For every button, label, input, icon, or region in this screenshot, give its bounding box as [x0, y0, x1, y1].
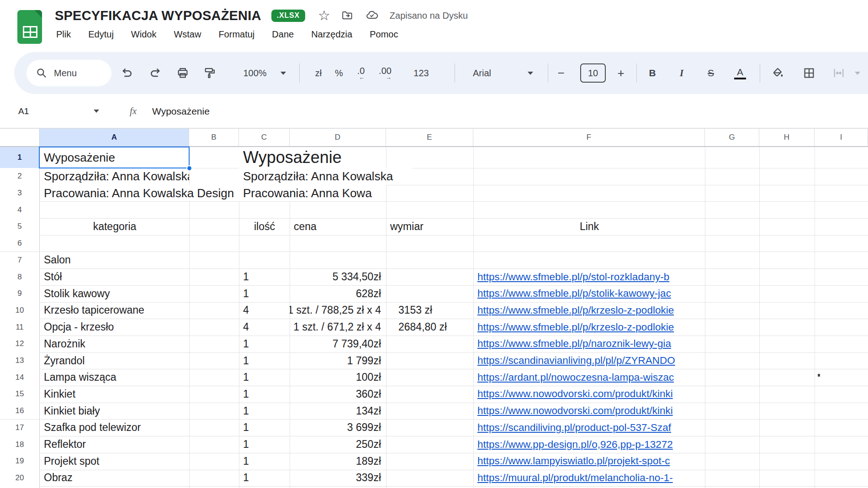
cell-A19[interactable]: Projekt spot	[40, 453, 189, 470]
cell-C16[interactable]: 1	[239, 403, 290, 420]
column-header-F[interactable]: F	[473, 129, 705, 146]
column-header-B[interactable]: B	[189, 129, 239, 146]
cell-A14[interactable]: Lampa wisząca	[40, 369, 189, 386]
cell-F18[interactable]: https://www.pp-design.pl/o,926,pp-p-1327…	[473, 436, 705, 453]
row-header-6[interactable]: 6	[0, 235, 40, 252]
font-family-select[interactable]: Arial	[473, 52, 491, 94]
menu-search[interactable]: Menu	[26, 60, 111, 86]
cell-A11[interactable]: Opcja - krzesło	[40, 319, 189, 336]
cell-A8[interactable]: Stół	[40, 268, 189, 285]
menu-item-plik[interactable]: Plik	[48, 27, 79, 42]
cell-A18[interactable]: Reflektor	[40, 436, 189, 453]
column-header-D[interactable]: D	[290, 129, 386, 146]
row-header-21[interactable]: 21	[0, 486, 40, 488]
cell-F12[interactable]: https://www.sfmeble.pl/p/naroznik-lewy-g…	[473, 336, 705, 352]
cell-D19[interactable]: 189zł	[290, 453, 386, 470]
row-header-8[interactable]: 8	[0, 268, 40, 285]
redo-button[interactable]	[149, 52, 162, 94]
selection-fill-handle[interactable]	[186, 165, 192, 171]
strikethrough-button[interactable]: S	[708, 52, 714, 94]
row-header-4[interactable]: 4	[0, 201, 40, 218]
cell-D20[interactable]: 339zł	[290, 470, 386, 487]
cell-A16[interactable]: Kinkiet biały	[40, 403, 189, 420]
menu-item-dane[interactable]: Dane	[263, 27, 302, 42]
column-header-C[interactable]: C	[239, 129, 290, 146]
format-percent-button[interactable]: %	[335, 52, 343, 94]
cell-A12[interactable]: Narożnik	[40, 336, 189, 352]
cell-C20[interactable]: 1	[239, 470, 290, 487]
star-icon[interactable]: ☆	[318, 9, 330, 22]
bold-button[interactable]: B	[649, 52, 656, 94]
row-header-1[interactable]: 1	[0, 147, 40, 168]
cell-D12[interactable]: 7 739,40zł	[290, 336, 386, 352]
row-header-3[interactable]: 3	[0, 185, 40, 202]
name-box[interactable]: A1	[18, 94, 29, 128]
cell-F20[interactable]: https://muural.pl/produkt/melancholia-no…	[473, 470, 705, 487]
cell-F9[interactable]: https://www.sfmeble.pl/p/stolik-kawowy-j…	[473, 285, 705, 302]
cell-C11[interactable]: 4	[239, 319, 290, 336]
fill-color-button[interactable]	[772, 52, 784, 94]
cell-C5[interactable]: ilość	[239, 218, 290, 235]
row-header-15[interactable]: 15	[0, 386, 40, 403]
row-header-18[interactable]: 18	[0, 436, 40, 453]
decrease-decimal-button[interactable]: .0←	[357, 52, 365, 94]
merge-cells-button[interactable]	[832, 52, 845, 94]
sheets-logo-icon[interactable]	[17, 10, 42, 44]
cell-D9[interactable]: 628zł	[290, 285, 386, 302]
cell-F19[interactable]: https://www.lampyiswiatlo.pl/projekt-spo…	[473, 453, 705, 470]
row-header-14[interactable]: 14	[0, 369, 40, 386]
cell-C1[interactable]: Wyposażenie	[239, 147, 386, 168]
menu-item-formatuj[interactable]: Formatuj	[210, 27, 263, 42]
cell-A9[interactable]: Stolik kawowy	[40, 285, 189, 302]
cell-E11[interactable]: 2684,80 zł	[386, 319, 473, 336]
menu-item-pomoc[interactable]: Pomoc	[361, 27, 407, 42]
column-header-G[interactable]: G	[705, 129, 759, 146]
cell-F5[interactable]: Link	[473, 218, 705, 235]
row-header-2[interactable]: 2	[0, 168, 40, 185]
cell-A7[interactable]: Salon	[40, 252, 189, 269]
menu-item-edytuj[interactable]: Edytuj	[79, 27, 122, 42]
cell-F15[interactable]: https://www.nowodvorski.com/produkt/kink…	[473, 386, 705, 403]
undo-button[interactable]	[121, 52, 133, 94]
decrease-font-size-button[interactable]: −	[557, 52, 564, 94]
zoom-caret[interactable]	[281, 52, 286, 94]
cell-D13[interactable]: 1 799zł	[290, 352, 386, 369]
cell-A2[interactable]: Sporządziła: Anna Kowalska	[40, 168, 189, 185]
cell-F8[interactable]: https://www.sfmeble.pl/p/stol-rozkladany…	[473, 268, 705, 285]
cell-C17[interactable]: 1	[239, 420, 290, 436]
cell-A17[interactable]: Szafka pod telewizor	[40, 420, 189, 436]
cell-A20[interactable]: Obraz	[40, 470, 189, 487]
cell-D8[interactable]: 5 334,50zł	[290, 268, 386, 285]
cell-D16[interactable]: 134zł	[290, 403, 386, 420]
cloud-saved-icon[interactable]	[364, 10, 380, 21]
cell-C14[interactable]: 1	[239, 369, 290, 386]
cell-A1[interactable]: Wyposażenie	[40, 147, 189, 168]
cell-C8[interactable]: 1	[239, 268, 290, 285]
cell-F14[interactable]: https://ardant.pl/nowoczesna-lampa-wisza…	[473, 369, 705, 386]
row-header-13[interactable]: 13	[0, 352, 40, 369]
column-header-H[interactable]: H	[759, 129, 815, 146]
cell-F10[interactable]: https://www.sfmeble.pl/p/krzeslo-z-podlo…	[473, 302, 705, 319]
cell-C19[interactable]: 1	[239, 453, 290, 470]
row-header-10[interactable]: 10	[0, 302, 40, 319]
menu-item-wstaw[interactable]: Wstaw	[165, 27, 210, 42]
cell-F11[interactable]: https://www.sfmeble.pl/p/krzeslo-z-podlo…	[473, 319, 705, 336]
formula-input[interactable]: Wyposażenie	[152, 94, 210, 128]
cell-C2[interactable]: Sporządziła: Anna Kowalska	[239, 168, 413, 185]
text-color-button[interactable]: A	[734, 52, 746, 94]
cell-D14[interactable]: 100zł	[290, 369, 386, 386]
print-button[interactable]	[176, 52, 189, 94]
row-header-19[interactable]: 19	[0, 453, 40, 470]
merge-cells-caret[interactable]	[855, 52, 860, 94]
borders-button[interactable]	[803, 52, 815, 94]
cell-C12[interactable]: 1	[239, 336, 290, 352]
row-header-17[interactable]: 17	[0, 420, 40, 436]
increase-decimal-button[interactable]: .00→	[379, 52, 392, 94]
paint-format-button[interactable]	[203, 52, 216, 94]
cell-D11[interactable]: 1 szt. / 671,2 zł x 4	[290, 319, 386, 336]
cell-C3[interactable]: Pracowania: Anna Kowa	[239, 185, 386, 202]
format-currency-button[interactable]: zł	[315, 52, 322, 94]
increase-font-size-button[interactable]: +	[617, 52, 624, 94]
cell-A13[interactable]: Żyrandol	[40, 352, 189, 369]
font-family-caret[interactable]	[528, 52, 533, 94]
